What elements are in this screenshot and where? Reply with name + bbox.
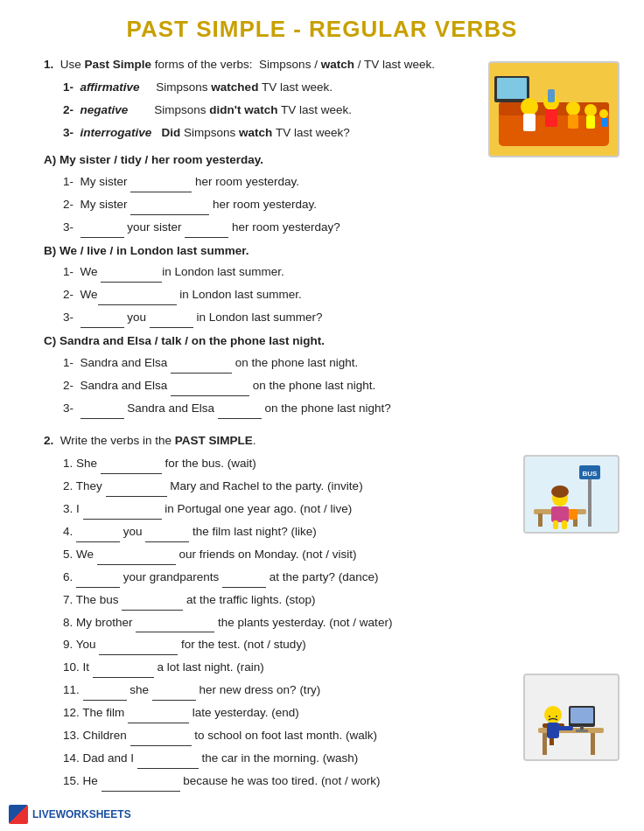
blank[interactable] [83, 507, 162, 520]
ex2-item-6: 6. your grandparents at the party? (danc… [63, 568, 620, 588]
svg-point-24 [551, 485, 569, 498]
blank[interactable] [152, 688, 196, 701]
svg-rect-34 [570, 708, 593, 723]
svg-rect-9 [545, 109, 557, 127]
blank[interactable] [101, 462, 162, 474]
blank[interactable] [128, 711, 189, 723]
svg-rect-40 [547, 723, 559, 738]
blank[interactable] [130, 203, 209, 215]
blank[interactable] [130, 180, 192, 192]
svg-rect-28 [569, 509, 578, 520]
simpsons-image [488, 61, 620, 157]
blank[interactable] [102, 779, 180, 792]
group-c-items: 1- Sandra and Elsa on the phone last nig… [63, 353, 620, 419]
svg-point-14 [599, 109, 608, 118]
blank[interactable] [171, 384, 249, 396]
blank[interactable] [93, 666, 154, 678]
blank[interactable] [145, 530, 189, 542]
svg-rect-26 [553, 520, 558, 529]
svg-rect-27 [562, 520, 567, 529]
blank[interactable] [80, 316, 124, 328]
blank[interactable] [106, 485, 167, 497]
svg-rect-15 [601, 118, 608, 127]
svg-point-10 [566, 101, 580, 115]
ex2-intro: 2. Write the verbs in the PAST SIMPLE. [44, 431, 620, 451]
footer: LIVEWORKSHEETS [0, 805, 644, 824]
svg-point-12 [584, 104, 597, 116]
blank[interactable] [185, 226, 228, 238]
group-c-item-1: 1- Sandra and Elsa on the phone last nig… [63, 353, 620, 374]
girl-bus-image: BUS [523, 455, 620, 534]
group-c-item-2: 2- Sandra and Elsa on the phone last nig… [63, 376, 620, 396]
svg-rect-13 [586, 115, 595, 129]
group-c-label: C) Sandra and Elsa / talk / on the phone… [44, 332, 620, 352]
svg-rect-36 [576, 730, 588, 732]
blank[interactable] [97, 553, 176, 565]
svg-rect-8 [548, 89, 555, 102]
blank[interactable] [98, 293, 177, 305]
group-b-item-2: 2- We in London last summer. [63, 285, 620, 305]
blank[interactable] [222, 576, 266, 588]
ex2-item-8: 8. My brother the plants yesterday. (not… [63, 613, 620, 633]
svg-rect-31 [542, 733, 547, 755]
blank[interactable] [76, 576, 120, 588]
blank[interactable] [218, 407, 262, 419]
blank[interactable] [83, 688, 127, 701]
svg-rect-4 [497, 78, 527, 99]
svg-rect-32 [591, 733, 595, 755]
group-b-label: B) We / live / in London last summer. [44, 241, 620, 262]
svg-text:BUS: BUS [583, 470, 598, 478]
svg-rect-6 [523, 114, 536, 131]
logo-icon [9, 805, 28, 824]
group-a-item-1: 1- My sister her room yesterday. [63, 172, 620, 192]
blank[interactable] [80, 226, 124, 238]
blank[interactable] [130, 734, 192, 746]
group-a-item-3: 3- your sister her room yesterday? [63, 218, 620, 238]
group-a-items: 1- My sister her room yesterday. 2- My s… [63, 172, 620, 238]
svg-point-39 [544, 706, 562, 723]
blank[interactable] [171, 361, 232, 374]
blank[interactable] [76, 530, 120, 542]
man-desk-image [523, 674, 620, 761]
svg-rect-25 [551, 506, 569, 522]
group-b-item-3: 3- you in London last summer? [63, 308, 620, 328]
svg-point-5 [521, 98, 538, 115]
group-b-items: 1- We in London last summer. 2- We in Lo… [63, 262, 620, 328]
liveworksheets-logo: LIVEWORKSHEETS [9, 805, 131, 824]
blank[interactable] [80, 407, 124, 419]
blank[interactable] [136, 620, 214, 632]
logo-text: LIVEWORKSHEETS [32, 808, 131, 821]
group-b-item-1: 1- We in London last summer. [63, 262, 620, 283]
ex2-item-9: 9. You for the test. (not / study) [63, 635, 620, 655]
group-c-item-3: 3- Sandra and Elsa on the phone last nig… [63, 399, 620, 419]
group-a-item-2: 2- My sister her room yesterday. [63, 195, 620, 215]
blank[interactable] [137, 757, 199, 769]
blank[interactable] [150, 316, 193, 328]
blank[interactable] [122, 598, 183, 611]
svg-rect-21 [538, 513, 542, 527]
svg-rect-11 [568, 115, 578, 129]
ex2-item-15: 15. He because he was too tired. (not / … [63, 772, 620, 792]
blank[interactable] [99, 643, 178, 655]
page-title: PAST SIMPLE - REGULAR VERBS [24, 16, 620, 43]
svg-rect-41 [556, 726, 573, 730]
ex2-item-7: 7. The bus at the traffic lights. (stop) [63, 590, 620, 611]
blank[interactable] [101, 270, 162, 283]
ex2-item-5: 5. We our friends on Monday. (not / visi… [63, 545, 620, 565]
